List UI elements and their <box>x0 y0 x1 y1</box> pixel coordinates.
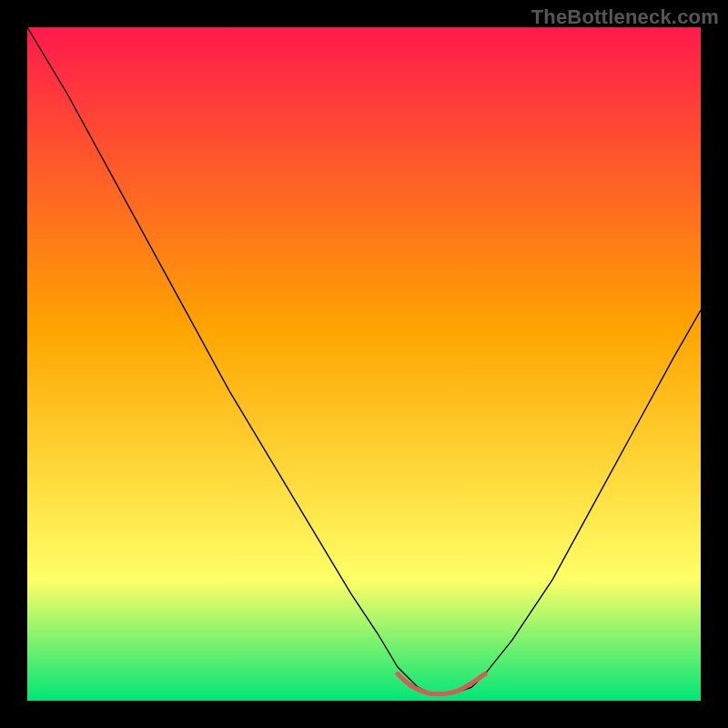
watermark-text: TheBottleneck.com <box>531 5 719 29</box>
chart-svg <box>27 27 701 701</box>
gradient-background <box>27 27 701 701</box>
chart-frame: TheBottleneck.com <box>0 0 728 728</box>
chart-plot-area <box>27 27 701 701</box>
